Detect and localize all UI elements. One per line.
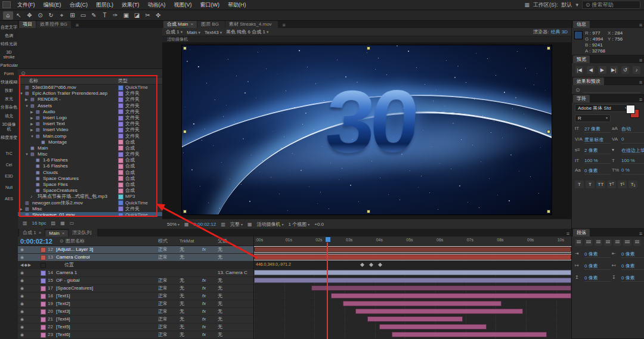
transport-button[interactable]: ▶| bbox=[610, 66, 618, 74]
faux-style-button[interactable]: Tᵀ bbox=[607, 181, 616, 188]
parent-select[interactable]: 无 bbox=[218, 316, 253, 323]
pen-tool-icon[interactable]: ✎ bbox=[89, 11, 99, 20]
timeline-layer-bar-track[interactable] bbox=[254, 285, 571, 293]
label-color-swatch[interactable] bbox=[118, 200, 123, 206]
layer-name[interactable]: [Text3] bbox=[56, 308, 158, 315]
visibility-icon[interactable]: ◉ bbox=[18, 254, 41, 261]
layer-label-color[interactable] bbox=[41, 247, 46, 253]
roto-brush-tool-icon[interactable]: ✂ bbox=[143, 11, 153, 20]
layer-label-color[interactable] bbox=[41, 278, 46, 284]
layer-duration-bar[interactable] bbox=[254, 254, 571, 260]
indent-value[interactable]: 0 像素 bbox=[621, 275, 644, 282]
label-color-swatch[interactable] bbox=[118, 127, 123, 133]
layer-label-color[interactable] bbox=[41, 286, 46, 291]
rail-effect-item[interactable]: 梯度渐变 bbox=[1, 133, 18, 142]
exposure-value[interactable]: +0.0 bbox=[314, 222, 324, 227]
layer-handle[interactable] bbox=[183, 130, 187, 133]
pan-behind-tool-icon[interactable]: ⊞ bbox=[67, 11, 78, 20]
label-color-swatch[interactable] bbox=[118, 109, 123, 114]
font-family-select[interactable]: Adobe 黑体 Std▾ bbox=[575, 104, 630, 112]
parent-select[interactable]: 无 bbox=[218, 293, 253, 300]
layer-label-color[interactable] bbox=[41, 332, 46, 338]
label-color-swatch[interactable] bbox=[118, 152, 123, 157]
twirl-icon[interactable]: ▶ bbox=[25, 97, 29, 102]
trash-icon[interactable]: ▭ bbox=[70, 220, 75, 226]
project-row[interactable]: ▶ ▨ Insert Text 文件夹 bbox=[18, 121, 162, 127]
viewer-tab[interactable]: 合成 Main× bbox=[163, 20, 197, 28]
timeline-layer-row[interactable]: ◉ 17 [SpaceCreatures] 正常 无 fx 无 bbox=[18, 285, 253, 293]
parent-select[interactable]: 无 bbox=[218, 285, 253, 292]
composition-viewport[interactable]: 30 bbox=[162, 42, 571, 219]
zoom-select[interactable]: 50%▾ bbox=[167, 222, 179, 227]
justify-last-center[interactable] bbox=[614, 239, 621, 246]
visibility-icon[interactable]: ◉ bbox=[18, 285, 41, 292]
project-row[interactable]: ▼ ▨ Misc 文件夹 bbox=[18, 151, 162, 157]
indent-value[interactable]: 0 像素 bbox=[584, 263, 611, 270]
zoom-tool-icon[interactable]: ⊙ bbox=[35, 11, 45, 20]
fill-stroke-swatches[interactable] bbox=[626, 105, 639, 118]
trkmat-select[interactable]: 无 bbox=[179, 308, 202, 315]
trkmat-select[interactable]: 无 bbox=[179, 293, 202, 300]
fx-switch[interactable]: fx bbox=[202, 277, 218, 284]
layer-duration-bar[interactable] bbox=[254, 270, 571, 275]
timeline-layer-row[interactable]: ◉ 21 [Text4] 正常 无 fx 无 bbox=[18, 316, 253, 324]
column-mode[interactable]: 模式 bbox=[158, 238, 179, 244]
char-setting-value[interactable]: 0 bbox=[621, 136, 644, 144]
label-color-swatch[interactable] bbox=[118, 182, 123, 188]
layer-duration-bar[interactable] bbox=[355, 309, 523, 314]
comp-crumb[interactable]: 合成 1▾ bbox=[166, 29, 182, 35]
rail-effect-item[interactable]: 3D摄像机 bbox=[1, 120, 18, 133]
char-setting-value[interactable]: 0 像素 bbox=[584, 167, 611, 175]
rail-effect-item[interactable]: 快速模糊 bbox=[1, 78, 18, 86]
rail-effect-item[interactable]: 色调 bbox=[1, 32, 18, 40]
transport-button[interactable]: ◀ bbox=[587, 66, 595, 74]
comp-crumb[interactable]: 黑色 纯色 6 合成 1▾ bbox=[226, 29, 268, 35]
shape-tool-icon[interactable]: ▭ bbox=[78, 11, 88, 20]
label-color-swatch[interactable] bbox=[118, 91, 123, 97]
timeline-layer-bar-track[interactable] bbox=[254, 246, 571, 254]
timeline-layer-bar-track[interactable] bbox=[254, 293, 571, 300]
project-row[interactable]: ▦ Main 合成 bbox=[18, 145, 162, 151]
char-setting-value[interactable]: 100 % bbox=[584, 158, 611, 164]
timeline-tab[interactable]: Main× bbox=[45, 230, 68, 237]
layer-duration-bar[interactable] bbox=[254, 247, 571, 252]
layer-handle[interactable] bbox=[367, 46, 370, 50]
layer-label-color[interactable] bbox=[41, 309, 46, 315]
brush-tool-icon[interactable]: ✑ bbox=[110, 11, 120, 20]
indent-value[interactable]: 0 像素 bbox=[584, 251, 611, 258]
label-color-swatch[interactable] bbox=[118, 206, 123, 212]
fill-color-swatch[interactable] bbox=[626, 105, 635, 114]
orbit-camera-tool-icon[interactable]: ↻ bbox=[46, 11, 56, 20]
menu-item[interactable]: 动画(A) bbox=[144, 1, 170, 9]
column-layer-name[interactable]: 图层名称 bbox=[66, 238, 158, 244]
layer-label-color[interactable] bbox=[41, 255, 46, 260]
rail-effect-item[interactable]: 分形杂色 bbox=[1, 103, 18, 111]
blend-mode-select[interactable]: 正常 bbox=[158, 254, 179, 261]
indent-value[interactable]: 0 像素 bbox=[621, 251, 644, 258]
project-row[interactable]: ▼ ▨ Assets 文件夹 bbox=[18, 103, 162, 109]
project-row[interactable]: ▶ ▨ Insert Video 文件夹 bbox=[18, 127, 162, 133]
blend-mode-select[interactable]: 正常 bbox=[158, 316, 179, 323]
layer-name[interactable]: [SpaceCreatures] bbox=[56, 285, 158, 292]
char-setting-value[interactable]: 在描边上填充 bbox=[621, 147, 644, 154]
timeline-layer-bar-track[interactable] bbox=[254, 300, 571, 308]
label-color-swatch[interactable] bbox=[118, 188, 123, 194]
twirl-icon[interactable]: ▶ bbox=[30, 109, 34, 115]
justify-last-right[interactable] bbox=[623, 239, 631, 246]
layer-handle[interactable] bbox=[547, 130, 550, 133]
label-color-swatch[interactable] bbox=[118, 145, 123, 151]
rail-effect-item[interactable]: 发光 bbox=[1, 95, 18, 103]
layer-name[interactable]: [Text6] bbox=[56, 331, 158, 338]
timeline-layer-row[interactable]: ◉ 20 [Text3] 正常 无 fx 无 bbox=[18, 308, 253, 316]
project-row[interactable]: ▥ 53ed3b687*d66.mov QuickTime bbox=[18, 85, 162, 91]
layer-duration-bar[interactable] bbox=[343, 301, 501, 306]
label-color-swatch[interactable] bbox=[118, 116, 123, 121]
column-name[interactable]: 名称 bbox=[18, 77, 118, 84]
layer-handle[interactable] bbox=[367, 210, 370, 213]
workspace-select[interactable]: 默认 bbox=[561, 1, 572, 9]
visibility-icon[interactable]: ◉ bbox=[18, 293, 41, 300]
project-row[interactable]: ▦ Space Flies 合成 bbox=[18, 182, 162, 188]
label-color-swatch[interactable] bbox=[118, 164, 123, 169]
timeline-layer-bar-track[interactable] bbox=[254, 254, 571, 262]
timeline-tab[interactable]: 合成 1× bbox=[19, 229, 45, 237]
